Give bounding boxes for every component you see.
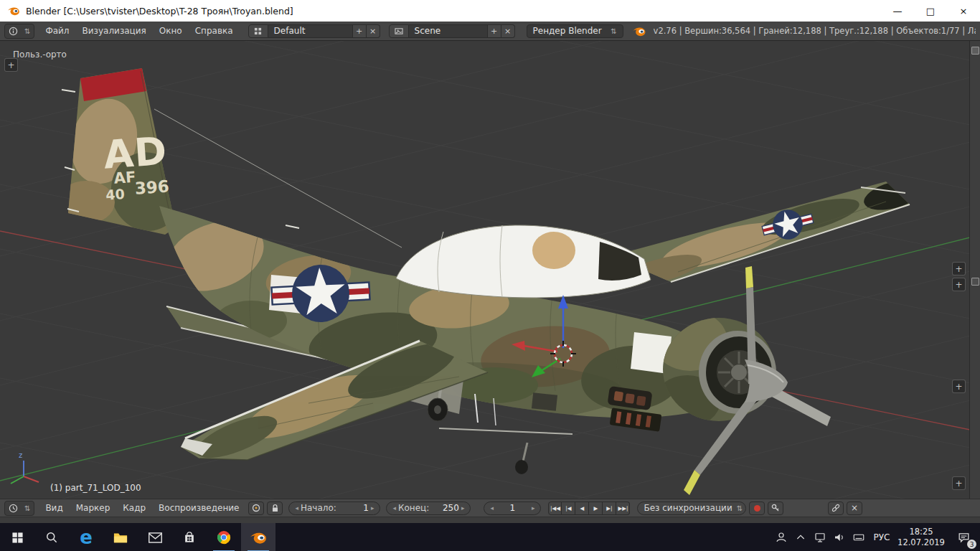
mail-button[interactable]	[138, 523, 172, 551]
playback-controls: |◀◀ |◀ ◀ ▶ ▶| ▶▶|	[548, 501, 630, 515]
play-reverse-button[interactable]: ◀	[575, 501, 589, 515]
dropdown-arrows-icon: ⇅	[737, 504, 743, 512]
unlink-button[interactable]: ×	[847, 501, 862, 515]
maximize-button[interactable]: □	[914, 0, 947, 22]
auto-keyframe-button[interactable]	[749, 501, 765, 515]
keying-set-button[interactable]	[768, 501, 783, 515]
preview-range-button[interactable]	[248, 501, 264, 515]
store-button[interactable]	[172, 523, 207, 551]
step-right-icon[interactable]: ▸	[459, 504, 467, 512]
notification-badge: 3	[967, 540, 976, 549]
mail-icon	[148, 532, 163, 544]
dropdown-arrows-icon: ⇅	[24, 504, 30, 512]
region-toggle-topleft[interactable]: +	[4, 58, 18, 72]
link-icon	[831, 504, 840, 512]
editor-type-selector[interactable]: ⇅	[4, 24, 34, 39]
step-left-icon[interactable]: ◂	[390, 504, 398, 512]
timeline-menu-view[interactable]: Вид	[39, 499, 69, 517]
minimize-button[interactable]: —	[881, 0, 914, 22]
system-tray: РУС 18:25 12.07.2019 3	[771, 523, 980, 551]
timeline-editor-type-selector[interactable]: ⇅	[4, 501, 34, 516]
network-icon	[814, 531, 826, 544]
screen-layout-browse-button[interactable]	[248, 24, 268, 38]
timeline-right-buttons: ×	[825, 501, 862, 515]
dropdown-arrows-icon: ⇅	[611, 27, 616, 35]
blender-app-icon	[7, 5, 20, 17]
close-button[interactable]: ×	[947, 0, 980, 22]
user-tray-button[interactable]	[771, 523, 791, 551]
user-icon	[775, 531, 788, 544]
play-button[interactable]: ▶	[589, 501, 603, 515]
prev-keyframe-button[interactable]: |◀	[562, 501, 575, 515]
step-right-icon[interactable]: ▸	[369, 504, 377, 512]
region-toggle-right-2[interactable]: +	[952, 278, 966, 291]
viewport-3d[interactable]: AD AF 40 396	[0, 41, 980, 499]
chrome-button[interactable]	[207, 523, 241, 551]
chevron-up-icon	[795, 532, 806, 543]
jump-to-end-button[interactable]: ▶▶|	[616, 501, 630, 515]
step-right-icon[interactable]: ▸	[529, 504, 537, 512]
next-keyframe-button[interactable]: ▶|	[603, 501, 616, 515]
screen-layout-delete-button[interactable]: ×	[367, 24, 380, 38]
render-engine-select[interactable]: Рендер Blender ⇅	[527, 24, 623, 38]
axis-z-label: z	[19, 451, 22, 459]
view-mode-label: Польз.-орто	[13, 50, 67, 60]
active-object-label: (1) part_71_LOD_100	[50, 483, 141, 493]
windows-taskbar: e	[0, 523, 980, 551]
blender-taskbar-button[interactable]	[241, 523, 275, 551]
collapsed-properties-panel[interactable]	[969, 41, 980, 499]
scene-field[interactable]: Scene	[409, 24, 488, 38]
timeline-menu-frame[interactable]: Кадр	[116, 499, 152, 517]
timeline-menu-marker[interactable]: Маркер	[70, 499, 117, 517]
scene-add-button[interactable]: +	[488, 24, 501, 38]
screen-layout-add-button[interactable]: +	[353, 24, 367, 38]
av-sync-select[interactable]: Без синхронизации ⇅	[637, 501, 746, 515]
screen-layout-field[interactable]: Default	[268, 24, 353, 38]
clock[interactable]: 18:25 12.07.2019	[895, 527, 947, 548]
panel-grip[interactable]	[971, 278, 979, 286]
network-tray-button[interactable]	[810, 523, 829, 551]
tail-40-text: 40	[105, 186, 126, 203]
language-indicator[interactable]: РУС	[868, 532, 895, 542]
timeline-track-area[interactable]	[0, 517, 980, 523]
lock-time-button[interactable]	[267, 501, 283, 515]
action-center-button[interactable]: 3	[947, 523, 980, 551]
screen: Blender [C:\Users\tvister\Desktop\T-28 Т…	[0, 0, 980, 551]
touch-keyboard-button[interactable]	[849, 523, 868, 551]
edge-button[interactable]: e	[69, 523, 103, 551]
end-frame-field[interactable]: ◂ Конец: 250 ▸	[386, 501, 471, 515]
scene-statistics: v2.76 | Вершин:36,564 | Граней:12,188 | …	[654, 26, 976, 36]
start-frame-field[interactable]: ◂ Начало: 1 ▸	[288, 501, 380, 515]
scene-delete-button[interactable]: ×	[501, 24, 515, 38]
region-toggle-bottomright[interactable]: +	[952, 476, 966, 490]
show-hidden-icons-button[interactable]	[791, 523, 810, 551]
blender-logo-icon	[632, 25, 646, 37]
panel-expand-icon[interactable]	[971, 47, 979, 55]
volume-tray-button[interactable]	[829, 523, 849, 551]
region-toggle-right-1[interactable]: +	[952, 262, 966, 276]
search-button[interactable]	[34, 523, 69, 551]
screen-layout-selector: Default + ×	[248, 24, 380, 38]
clock-icon	[9, 504, 18, 513]
start-button[interactable]	[0, 523, 34, 551]
menu-help[interactable]: Справка	[189, 22, 240, 40]
file-explorer-button[interactable]	[103, 523, 138, 551]
step-left-icon[interactable]: ◂	[293, 504, 301, 512]
timeline-menu-playback[interactable]: Воспроизведение	[152, 499, 245, 517]
region-toggle-right-3[interactable]: +	[952, 380, 966, 393]
layout-grid-icon	[254, 27, 262, 35]
menu-render[interactable]: Визуализация	[76, 22, 153, 40]
window-controls: — □ ×	[881, 0, 980, 22]
link-button[interactable]	[828, 501, 844, 515]
menu-file[interactable]: Файл	[39, 22, 75, 40]
clock-date: 12.07.2019	[895, 537, 947, 548]
menu-window[interactable]: Окно	[153, 22, 189, 40]
step-left-icon[interactable]: ◂	[488, 504, 496, 512]
key-icon	[771, 504, 780, 512]
scene-browse-button[interactable]	[389, 24, 409, 38]
folder-icon	[113, 530, 128, 545]
jump-to-start-button[interactable]: |◀◀	[548, 501, 562, 515]
search-icon	[44, 530, 59, 545]
current-frame-field[interactable]: ◂ 1 ▸	[484, 501, 541, 515]
window-titlebar[interactable]: Blender [C:\Users\tvister\Desktop\T-28 Т…	[0, 0, 980, 22]
